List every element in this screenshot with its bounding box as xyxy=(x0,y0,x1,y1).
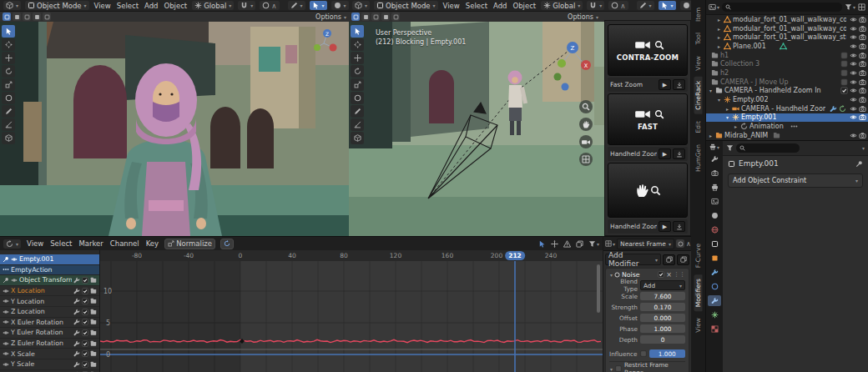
outliner-row[interactable]: ▸CAMERA - Handheld Zoom In xyxy=(706,104,868,113)
select-box-tool[interactable] xyxy=(2,25,15,38)
eye-icon[interactable] xyxy=(3,329,9,336)
modifier-icon[interactable] xyxy=(73,288,80,294)
editor-type-button[interactable]: ▾ xyxy=(3,239,21,249)
select-mode-extend-icon[interactable] xyxy=(13,13,21,21)
lock-icon[interactable] xyxy=(90,361,97,368)
visibility-dropdown[interactable]: ▾ xyxy=(288,1,305,10)
restrict-checkbox[interactable] xyxy=(615,365,622,372)
lock-icon[interactable] xyxy=(90,309,97,315)
channel-row-fcurve[interactable]: X Euler Rotation xyxy=(0,318,99,329)
menu-view[interactable]: View xyxy=(26,239,44,248)
mute-checkbox[interactable] xyxy=(82,298,88,304)
exclude-checkbox[interactable] xyxy=(840,52,848,59)
modifier-icon[interactable] xyxy=(73,350,80,357)
tab-world[interactable] xyxy=(708,224,721,235)
fcurve-area[interactable]: 10 5 0 xyxy=(100,261,603,372)
tab-constraints[interactable] xyxy=(708,295,721,306)
properties-search-input[interactable] xyxy=(736,143,800,153)
eye-icon[interactable] xyxy=(3,309,9,315)
hide-eye-icon[interactable] xyxy=(850,16,857,23)
eye-icon[interactable] xyxy=(11,256,18,263)
filter-button[interactable]: ▾ xyxy=(845,3,855,11)
handheld-zoom-button[interactable] xyxy=(608,163,688,218)
menu-channel[interactable]: Channel xyxy=(109,239,140,248)
tab-texture[interactable] xyxy=(708,324,721,334)
phase-field[interactable]: 1.000 xyxy=(640,324,685,333)
hide-eye-icon[interactable] xyxy=(850,33,857,41)
filter-button[interactable]: ▾ xyxy=(588,240,599,248)
lock-icon[interactable] xyxy=(90,350,97,357)
menu-object[interactable]: Object xyxy=(512,2,537,10)
hide-eye-icon[interactable] xyxy=(850,78,857,86)
outliner-row[interactable]: h2 xyxy=(706,68,868,78)
tab-object[interactable] xyxy=(708,253,721,264)
tab-modifiers[interactable]: Modifiers xyxy=(694,274,703,311)
rotate-tool[interactable] xyxy=(351,65,364,78)
menu-select[interactable]: Select xyxy=(116,2,139,10)
mute-checkbox[interactable] xyxy=(82,350,88,357)
menu-key[interactable]: Key xyxy=(145,239,159,248)
channel-row-fcurve[interactable]: X Location xyxy=(0,286,99,297)
modifier-icon[interactable] xyxy=(73,277,80,284)
render-camera-icon[interactable] xyxy=(859,87,866,94)
channel-row-fcurve[interactable]: Y Euler Rotation xyxy=(0,328,99,339)
eye-icon[interactable] xyxy=(3,350,9,357)
proportional-editing-button[interactable]: ∧ xyxy=(260,1,279,10)
tab-physics[interactable] xyxy=(708,281,721,292)
menu-add[interactable]: Add xyxy=(144,2,159,10)
snapping-button[interactable]: ▾ xyxy=(587,1,604,10)
modifier-icon[interactable] xyxy=(73,329,80,336)
measure-tool[interactable] xyxy=(2,118,15,131)
outliner-row[interactable]: ▾Empty.002 xyxy=(706,95,868,104)
snap-menu-button[interactable]: ▾ xyxy=(605,240,615,247)
render-camera-icon[interactable] xyxy=(859,60,866,68)
transform-tool[interactable] xyxy=(2,92,15,104)
copy-icon[interactable] xyxy=(576,240,583,248)
menu-object[interactable]: Object xyxy=(163,2,188,10)
paste-button[interactable] xyxy=(677,254,689,265)
annotate-tool[interactable] xyxy=(2,105,15,118)
exclude-checkbox[interactable] xyxy=(840,78,848,86)
channel-row-fcurve[interactable]: X Scale xyxy=(0,349,99,359)
outliner-row[interactable]: ▸Midrab_ANIM xyxy=(706,131,868,140)
tab-item[interactable]: Item xyxy=(694,3,703,26)
render-camera-icon[interactable] xyxy=(859,33,866,41)
lock-icon[interactable] xyxy=(90,277,97,284)
new-collection-icon[interactable] xyxy=(858,3,865,11)
mute-checkbox[interactable] xyxy=(82,329,88,336)
proportional-editing-button[interactable]: ∧ xyxy=(608,1,628,10)
hide-eye-icon[interactable] xyxy=(850,60,857,68)
overlays-toggle[interactable]: ▾ xyxy=(680,1,691,10)
tab-edit[interactable]: Edit xyxy=(694,117,703,138)
eye-icon[interactable] xyxy=(3,288,9,294)
scale-tool[interactable] xyxy=(351,78,364,91)
playhead-sync-icon[interactable] xyxy=(538,240,546,248)
outliner-row[interactable]: ▸modular_fort_01_wall_walkway_straight_0 xyxy=(706,33,868,42)
gizmo-toggle[interactable]: ▾ xyxy=(659,1,676,10)
options-button[interactable]: Options▾ xyxy=(568,13,598,21)
render-camera-icon[interactable] xyxy=(859,132,866,139)
select-mode-subtract-icon[interactable] xyxy=(23,13,31,21)
current-frame-badge[interactable]: 212 xyxy=(505,251,525,260)
tab-scene[interactable] xyxy=(708,210,721,221)
delete-modifier-icon[interactable]: × xyxy=(666,271,672,279)
channel-row-fcurve[interactable]: Z Location xyxy=(0,307,99,318)
editor-type-button[interactable]: ▾ xyxy=(709,3,719,11)
add-modifier-button[interactable]: Add Modifier▾ xyxy=(605,254,661,265)
channel-row-group[interactable]: Object Transform xyxy=(0,275,99,286)
modifier-icon[interactable] xyxy=(73,298,80,304)
render-camera-icon[interactable] xyxy=(859,16,866,23)
select-mode-invert-icon[interactable] xyxy=(381,13,390,21)
download-button[interactable] xyxy=(673,79,685,90)
viewport1-canvas[interactable]: Z xyxy=(0,22,349,236)
render-camera-icon[interactable] xyxy=(859,43,866,50)
eye-icon[interactable] xyxy=(3,319,9,325)
normalize-toggle[interactable]: Normalize xyxy=(164,239,215,249)
outliner-row[interactable]: h1 xyxy=(706,51,868,60)
render-camera-icon[interactable] xyxy=(859,69,866,77)
hide-eye-icon[interactable] xyxy=(850,96,857,103)
annotate-tool[interactable] xyxy=(351,105,364,118)
menu-select[interactable]: Select xyxy=(49,239,73,248)
outliner-row[interactable]: ▸modular_fort_01_wall_walkway_corner_01 xyxy=(706,15,868,24)
frame-ruler[interactable]: -80 -40 0 40 80 120 160 200 240 212 xyxy=(100,250,603,262)
